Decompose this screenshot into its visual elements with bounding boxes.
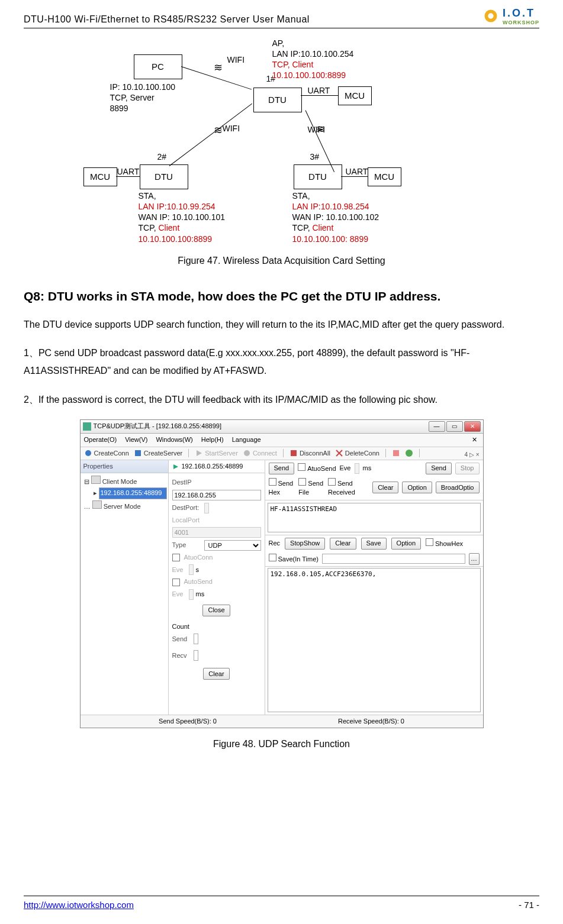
menu-windows[interactable]: Windows(W)	[156, 435, 192, 444]
localport-label: LocalPort	[172, 516, 202, 525]
wifi-label-2: WIFI	[223, 123, 240, 134]
connection-form: 192.168.0.255:48899 DestIP DestPort: Loc…	[169, 460, 265, 715]
network-diagram: PC DTU MCU DTU MCU DTU MCU ≋ WIFI UART ≋…	[69, 46, 495, 247]
autosend-checkbox[interactable]	[172, 579, 180, 586]
send-button[interactable]: Send	[269, 463, 295, 474]
q8-p3: 2、If the password is correct, the DTU wi…	[24, 391, 539, 409]
close-button[interactable]: ✕	[464, 421, 481, 432]
recv-controls: Rec StopShow Clear Save Option ShowHex	[265, 535, 483, 552]
udp-tool-screenshot: TCP&UDP测试工具 - [192.168.0.255:48899] — ▭ …	[80, 419, 484, 728]
atuosend-checkbox[interactable]	[298, 463, 305, 471]
help-icon	[405, 449, 413, 457]
gear-icon	[482, 8, 499, 24]
q8-p2: 1、PC send UDP broadcast password data(E.…	[24, 344, 539, 380]
svg-rect-7	[291, 450, 297, 456]
recv-count-input[interactable]	[194, 650, 198, 661]
tree-conn-item[interactable]: ▸ 192.168.0.255:48899	[84, 487, 167, 499]
wifi-zig-icon-2: ≋	[214, 123, 223, 138]
tb-createconn[interactable]: CreateConn	[84, 449, 129, 458]
tool-body: Properties ⊟ Client Mode ▸ 192.168.0.255…	[81, 460, 483, 715]
autosend-label: AutoSend	[184, 577, 213, 586]
destport-label: DestPort:	[172, 503, 202, 512]
separator-icon	[419, 449, 420, 457]
send-controls: Send AtuoSend Eve ms Send Stop Send Hex …	[265, 460, 483, 500]
minimize-button[interactable]: —	[429, 421, 445, 432]
tab-corner-controls[interactable]: 4 ▷ ×	[465, 451, 480, 459]
menu-view[interactable]: View(V)	[125, 435, 147, 444]
page-footer: http://www.iotworkshop.com - 71 -	[24, 896, 539, 911]
tb-createserver[interactable]: CreateServer	[134, 449, 182, 458]
clear-send-button[interactable]: Clear	[372, 482, 398, 493]
sendhex-checkbox[interactable]	[269, 478, 276, 486]
atuoconn-checkbox[interactable]	[172, 554, 180, 561]
tb-extra2[interactable]	[405, 449, 413, 457]
send-count-input[interactable]	[194, 634, 198, 644]
eve1-label: Eve	[172, 566, 186, 574]
delete-icon	[335, 449, 343, 457]
save-button[interactable]: Save	[361, 538, 387, 550]
tool-bar: CreateConn CreateServer StartServer Conn…	[81, 447, 483, 460]
browse-button[interactable]: …	[469, 553, 480, 565]
separator-icon	[385, 449, 386, 457]
tb-extra1[interactable]	[392, 449, 400, 457]
tree-client-mode[interactable]: ⊟ Client Mode	[84, 476, 167, 487]
tree-server-mode[interactable]: … Server Mode	[84, 500, 167, 512]
stop-button: Stop	[455, 463, 480, 474]
sendreceived-checkbox[interactable]	[328, 478, 336, 486]
pc-box: PC	[134, 54, 182, 79]
menu-language[interactable]: Language	[232, 435, 261, 444]
menu-help[interactable]: Help(H)	[201, 435, 224, 444]
atuosend-label: AtuoSend	[307, 465, 336, 472]
sendfile-checkbox[interactable]	[298, 478, 306, 486]
conn-tab[interactable]: 192.168.0.255:48899	[169, 460, 265, 473]
mcu1-box: MCU	[338, 86, 372, 105]
showhex-checkbox[interactable]	[426, 538, 433, 546]
send-textarea[interactable]: HF-A11ASSISTHREAD	[268, 503, 481, 532]
eve1-input	[189, 564, 194, 575]
option-button[interactable]: Option	[402, 482, 432, 493]
server-icon	[134, 449, 142, 457]
recv-textarea[interactable]: 192.168.0.105,ACCF236E6370,	[268, 568, 481, 712]
eve2-label: Eve	[172, 590, 186, 599]
send-button-2[interactable]: Send	[426, 463, 452, 474]
ap-note: AP, LAN IP:10.10.100.254 TCP, Client 10.…	[272, 38, 354, 81]
svg-point-6	[244, 450, 250, 456]
rec-label: Rec	[269, 539, 281, 548]
tb-deleteconn[interactable]: DeleteConn	[335, 449, 379, 458]
svg-point-1	[488, 14, 493, 19]
mdi-close-icon[interactable]: ✕	[472, 435, 480, 444]
uart-label-1: UART	[308, 85, 330, 96]
destip-input[interactable]	[172, 490, 261, 500]
q8-p1: The DTU device supports UDP search funct…	[24, 316, 539, 334]
svg-point-3	[85, 450, 91, 456]
clear-count-button[interactable]: Clear	[203, 668, 229, 680]
mcu2-box: MCU	[83, 167, 117, 186]
connection-tree: ⊟ Client Mode ▸ 192.168.0.255:48899 … Se…	[81, 473, 168, 715]
footer-link[interactable]: http://www.iotworkshop.com	[24, 899, 134, 911]
stopshow-button[interactable]: StopShow	[285, 538, 325, 550]
num3-label: 3#	[310, 151, 320, 162]
type-select[interactable]: UDP	[204, 540, 261, 551]
folder-icon	[92, 500, 102, 509]
menu-operate[interactable]: Operate(O)	[84, 435, 117, 444]
connect-icon	[243, 449, 251, 457]
ms-label: ms	[363, 464, 372, 473]
wifi-zig-icon: ≋	[214, 60, 223, 75]
properties-title: Properties	[81, 460, 168, 473]
eve2-unit: ms	[196, 590, 205, 599]
close-conn-button[interactable]: Close	[202, 605, 230, 616]
clear-rec-button[interactable]: Clear	[330, 538, 356, 550]
dtu2-box: DTU	[140, 164, 188, 189]
broadoptio-button[interactable]: BroadOptio	[436, 482, 480, 493]
maximize-button[interactable]: ▭	[446, 421, 463, 432]
saveintime-checkbox[interactable]	[269, 554, 276, 561]
save-path-input[interactable]	[322, 554, 465, 564]
saveintime-label: Save(In Time)	[278, 555, 319, 563]
save-in-time-row: Save(In Time) …	[265, 552, 483, 567]
tb-disconnall[interactable]: DisconnAll	[289, 449, 330, 458]
svg-rect-4	[135, 450, 141, 456]
option-rec-button[interactable]: Option	[391, 538, 421, 550]
wifi-label-1: WIFI	[227, 54, 245, 65]
link-dtu2-dtu1	[169, 104, 252, 166]
tool-icon	[392, 449, 400, 457]
